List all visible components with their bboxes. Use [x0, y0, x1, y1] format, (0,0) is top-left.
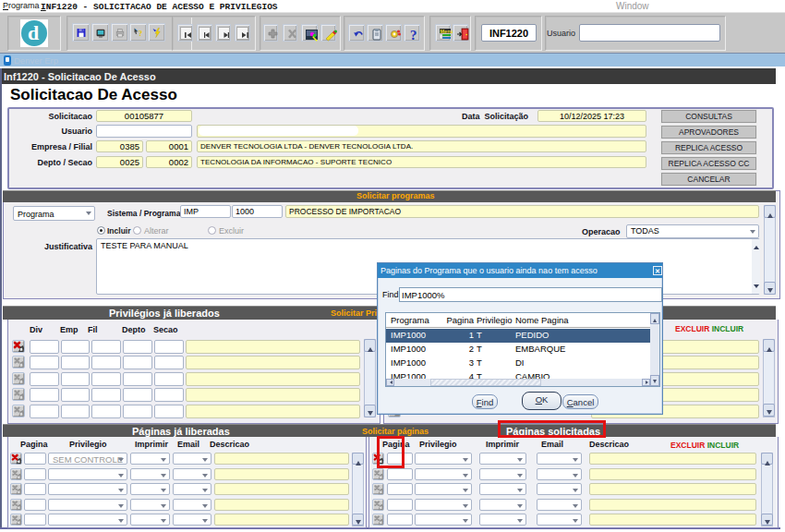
svg-text:?: ? — [139, 30, 142, 38]
svg-text:?: ? — [410, 28, 417, 42]
svg-text:Menu: Menu — [441, 29, 453, 34]
